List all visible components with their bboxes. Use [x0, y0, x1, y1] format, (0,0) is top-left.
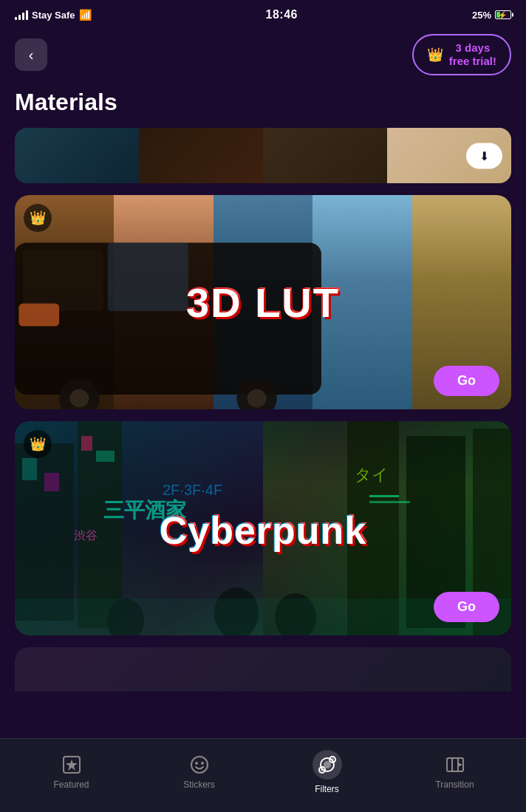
svg-rect-9 — [22, 458, 37, 480]
trial-badge[interactable]: 👑 3 days free trial! — [412, 34, 511, 75]
transition-icon — [445, 754, 465, 775]
bottom-nav: Featured Stickers Filters — [0, 738, 526, 812]
back-arrow-icon: ‹ — [29, 47, 34, 64]
download-icon: ⬇ — [479, 149, 489, 163]
crown-icon: 👑 — [427, 47, 443, 63]
carrier-label: Stay Safe — [32, 10, 75, 21]
svg-point-35 — [331, 758, 334, 761]
status-time: 18:46 — [266, 8, 298, 21]
svg-point-30 — [195, 762, 198, 765]
stickers-icon — [189, 754, 210, 775]
svg-point-37 — [321, 768, 324, 771]
strip-segment-1 — [15, 128, 139, 183]
crown-badge-icon: 👑 — [30, 210, 46, 226]
page-title: Materials — [0, 83, 526, 128]
crown-badge-cyber-icon: 👑 — [30, 436, 46, 452]
svg-point-5 — [69, 389, 89, 407]
strip-segment-3 — [263, 128, 387, 183]
cyber-go-button[interactable]: Go — [434, 592, 499, 622]
svg-point-31 — [201, 762, 204, 765]
lut-card: 👑 3D LUT Go — [15, 195, 511, 409]
svg-point-29 — [191, 757, 208, 773]
battery-percent: 25% — [472, 10, 491, 21]
strip-segment-2 — [139, 128, 263, 183]
signal-icon — [15, 10, 28, 20]
strip-card: ⬇ — [15, 128, 511, 183]
featured-icon — [61, 754, 82, 775]
filters-active-bg — [312, 750, 342, 779]
svg-rect-22 — [369, 501, 410, 503]
svg-text:渋谷: 渋谷 — [74, 529, 98, 542]
header: ‹ 👑 3 days free trial! — [0, 27, 526, 83]
filters-icon — [318, 755, 337, 774]
back-button[interactable]: ‹ — [15, 38, 47, 71]
svg-marker-28 — [66, 760, 78, 771]
wifi-icon: 📶 — [79, 9, 92, 21]
premium-badge-cyber: 👑 — [24, 430, 52, 458]
cyber-card-title: Cyberpunk — [160, 508, 367, 553]
nav-featured-label: Featured — [53, 779, 89, 790]
svg-point-6 — [247, 389, 266, 407]
status-left: Stay Safe 📶 — [15, 9, 92, 21]
lut-go-button[interactable]: Go — [434, 366, 499, 396]
premium-badge-lut: 👑 — [24, 204, 52, 232]
peek-card — [15, 647, 511, 692]
lut-card-title: 3D LUT — [186, 279, 340, 327]
status-bar: Stay Safe 📶 18:46 25% ⚡ — [0, 0, 526, 27]
trial-text: 3 days free trial! — [449, 41, 496, 68]
nav-transition-label: Transition — [435, 779, 474, 790]
nav-item-filters[interactable]: Filters — [263, 743, 391, 802]
nav-stickers-label: Stickers — [183, 779, 215, 790]
svg-rect-13 — [96, 451, 115, 462]
nav-item-featured[interactable]: Featured — [7, 747, 135, 797]
svg-rect-10 — [44, 473, 59, 491]
status-right: 25% ⚡ — [472, 10, 511, 21]
nav-filters-label: Filters — [315, 784, 339, 794]
svg-rect-7 — [18, 303, 59, 326]
nav-item-stickers[interactable]: Stickers — [135, 747, 263, 797]
download-button[interactable]: ⬇ — [466, 143, 502, 168]
svg-rect-21 — [369, 495, 399, 497]
svg-marker-40 — [458, 762, 462, 767]
main-content: ⬇ 👑 3D LUT Go — [0, 128, 526, 692]
svg-text:2F·3F·4F: 2F·3F·4F — [163, 482, 222, 498]
svg-text:タイ: タイ — [355, 465, 389, 484]
svg-rect-12 — [81, 436, 92, 451]
svg-rect-2 — [108, 242, 188, 310]
nav-item-transition[interactable]: Transition — [391, 747, 519, 797]
battery-icon: ⚡ — [495, 10, 511, 19]
svg-rect-1 — [23, 250, 103, 310]
cyber-card: 三平酒家 渋谷 2F·3F·4F タイ 👑 Cyberpunk Go — [15, 421, 511, 635]
